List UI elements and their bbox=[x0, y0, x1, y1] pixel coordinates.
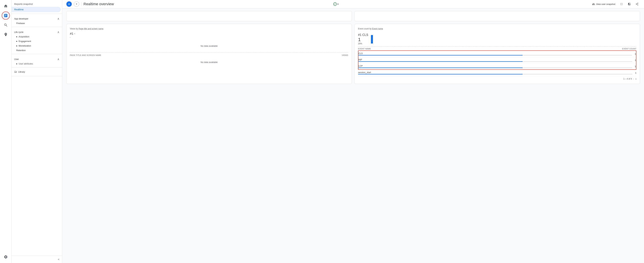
page-title: Realtime overview bbox=[84, 2, 331, 6]
sidebar-item-monetization[interactable]: ▶ Monetization bbox=[12, 44, 62, 48]
event-highlighted-rows: CLS 1 INP bbox=[358, 50, 636, 70]
topbar-divider bbox=[81, 2, 82, 6]
main-cards-row: Views by Page title and screen name #1 -… bbox=[66, 24, 640, 84]
table-row: LCP 1 bbox=[358, 63, 636, 70]
event-table-header: EVENT NAME EVENT COUNT bbox=[358, 46, 636, 50]
status-badge: ✓ ▾ bbox=[333, 2, 338, 6]
views-no-data-center: No data available bbox=[70, 40, 348, 51]
lcp-bar bbox=[358, 68, 522, 68]
views-sub: - bbox=[70, 36, 348, 38]
user-attributes-arrow: ▶ bbox=[16, 63, 18, 65]
app-developer-collapse-icon[interactable]: ∧ bbox=[58, 17, 60, 20]
cls-row-name: CLS bbox=[358, 52, 632, 56]
sidebar-item-acquisition[interactable]: ▶ Acquisition bbox=[12, 34, 62, 39]
sidebar-item-realtime[interactable]: Realtime bbox=[12, 7, 61, 12]
acquisition-arrow: ▶ bbox=[16, 36, 18, 38]
add-report-button[interactable]: + bbox=[74, 1, 79, 7]
content-area: Views by Page title and screen name #1 -… bbox=[62, 8, 644, 263]
fullscreen-button[interactable] bbox=[618, 2, 624, 6]
event-name-link[interactable]: Event name bbox=[372, 28, 383, 30]
search-nav-item[interactable] bbox=[2, 21, 10, 29]
app-developer-label: App developer bbox=[14, 18, 28, 20]
sidebar-header: Reports snapshot bbox=[12, 0, 62, 7]
share-button[interactable] bbox=[634, 2, 640, 6]
sidebar: Reports snapshot Realtime App developer … bbox=[12, 0, 62, 263]
event-pagination: 1 – 4 of 4 ‹ › bbox=[358, 76, 636, 80]
inp-bar-container bbox=[358, 61, 632, 62]
view-user-snapshot-button[interactable]: View user snapshot bbox=[591, 2, 616, 6]
views-rank: #1 - bbox=[70, 32, 348, 36]
inp-bar bbox=[358, 61, 522, 62]
event-card: Event count by Event name #1 CLS 1 25% E… bbox=[354, 24, 640, 84]
sidebar-section-lifecycle: Life cycle ∧ bbox=[12, 28, 62, 34]
event-bar bbox=[371, 35, 373, 44]
view-user-snapshot-label: View user snapshot bbox=[596, 3, 615, 6]
reports-nav-item[interactable] bbox=[2, 12, 10, 20]
monetization-arrow: ▶ bbox=[16, 45, 18, 47]
library-item[interactable]: 🗂 Library bbox=[12, 69, 62, 75]
session-start-count: 1 bbox=[632, 72, 636, 74]
session-start-bar bbox=[358, 74, 522, 74]
pagination-text: 1 – 4 of 4 bbox=[623, 78, 632, 80]
views-card: Views by Page title and screen name #1 -… bbox=[66, 24, 352, 84]
sidebar-item-engagement[interactable]: ▶ Engagement bbox=[12, 39, 62, 44]
retention-label: Retention bbox=[16, 49, 26, 52]
user-label: User bbox=[14, 58, 19, 60]
sidebar-collapse-button[interactable]: < bbox=[58, 258, 60, 261]
status-circle-icon: ✓ bbox=[333, 2, 337, 6]
table-row: INP 1 bbox=[358, 57, 636, 63]
dropdown-arrow-icon[interactable]: ▾ bbox=[338, 3, 338, 6]
share-icon bbox=[636, 2, 638, 6]
session-start-bar-container bbox=[358, 74, 632, 74]
views-page-title-link[interactable]: Page title and screen name bbox=[78, 28, 103, 30]
firebase-label: Firebase bbox=[16, 22, 25, 24]
pagination-prev-button[interactable]: ‹ bbox=[633, 77, 634, 80]
event-count: 1 bbox=[358, 37, 368, 42]
table-row: CLS 1 bbox=[358, 51, 636, 57]
top-right-card bbox=[354, 11, 640, 21]
table-row: session_start 1 bbox=[358, 70, 636, 76]
views-table-header: PAGE TITLE AND SCREEN NAME VIEWS bbox=[70, 53, 348, 57]
monetization-label: Monetization bbox=[18, 44, 31, 47]
cls-bar bbox=[358, 55, 522, 56]
user-attributes-label: User attributes bbox=[18, 62, 33, 65]
event-col-count: EVENT COUNT bbox=[622, 48, 636, 50]
icon-nav bbox=[0, 0, 12, 263]
lcp-row-name: LCP bbox=[358, 65, 632, 68]
compare-button[interactable] bbox=[626, 2, 632, 6]
sidebar-section-app-developer: App developer ∧ bbox=[12, 15, 62, 21]
sidebar-footer: < bbox=[12, 256, 62, 263]
main-content: A + Realtime overview ✓ ▾ View user snap… bbox=[62, 0, 644, 263]
library-label: Library bbox=[18, 70, 25, 73]
compare-icon bbox=[628, 2, 631, 6]
pagination-next-button[interactable]: › bbox=[636, 77, 636, 80]
user-collapse-icon[interactable]: ∧ bbox=[58, 58, 60, 61]
sidebar-item-retention[interactable]: Retention bbox=[12, 48, 62, 53]
lcp-bar-container bbox=[358, 68, 632, 68]
views-no-data-table: No data available bbox=[70, 57, 348, 68]
sidebar-section-user: User ∧ bbox=[12, 56, 62, 62]
event-card-title: Event count by Event name bbox=[358, 28, 636, 30]
sidebar-item-user-attributes[interactable]: ▶ User attributes bbox=[12, 62, 62, 66]
engagement-label: Engagement bbox=[18, 40, 31, 42]
inp-row-count: 1 bbox=[632, 59, 636, 62]
cls-bar-container bbox=[358, 55, 632, 56]
inp-row-name: INP bbox=[358, 58, 632, 62]
event-percent: 25% bbox=[358, 42, 368, 45]
engagement-arrow: ▶ bbox=[16, 40, 18, 42]
top-left-card bbox=[66, 11, 352, 21]
sidebar-item-firebase[interactable]: Firebase bbox=[12, 21, 62, 26]
user-snapshot-icon bbox=[592, 2, 595, 6]
views-col-name: PAGE TITLE AND SCREEN NAME bbox=[70, 54, 101, 56]
topbar: A + Realtime overview ✓ ▾ View user snap… bbox=[62, 0, 644, 8]
event-bar-chart bbox=[371, 33, 373, 44]
settings-nav-item[interactable] bbox=[2, 253, 10, 261]
event-rank: #1 CLS bbox=[358, 33, 368, 37]
fullscreen-icon bbox=[620, 2, 623, 6]
acquisition-label: Acquisition bbox=[18, 35, 29, 38]
lifecycle-collapse-icon[interactable]: ∧ bbox=[58, 30, 60, 34]
home-nav-item[interactable] bbox=[2, 2, 10, 10]
avatar[interactable]: A bbox=[66, 1, 72, 7]
event-col-name: EVENT NAME bbox=[358, 48, 371, 50]
explore-nav-item[interactable] bbox=[2, 30, 10, 38]
